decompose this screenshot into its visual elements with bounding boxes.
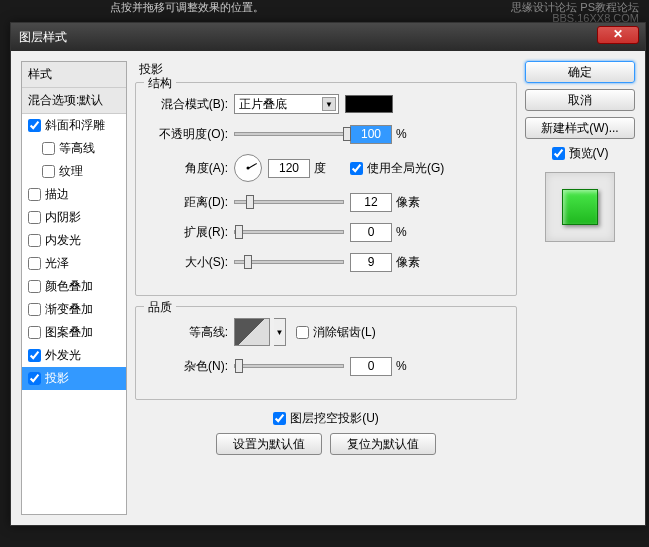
- structure-group: 结构 混合模式(B): 正片叠底 ▼ 不透明度(O): % 角度(: [135, 82, 517, 296]
- style-item-3[interactable]: 描边: [22, 183, 126, 206]
- style-item-label: 描边: [45, 186, 69, 203]
- style-item-label: 图案叠加: [45, 324, 93, 341]
- style-item-check[interactable]: [28, 119, 41, 132]
- antialias-check[interactable]: [296, 326, 309, 339]
- chevron-down-icon: ▼: [322, 97, 336, 111]
- opacity-input[interactable]: [350, 125, 392, 144]
- opacity-unit: %: [396, 127, 426, 141]
- size-unit: 像素: [396, 254, 426, 271]
- set-default-button[interactable]: 设置为默认值: [216, 433, 322, 455]
- noise-label: 杂色(N):: [148, 358, 228, 375]
- style-item-check[interactable]: [28, 326, 41, 339]
- antialias-label: 消除锯齿(L): [313, 324, 376, 341]
- style-item-label: 颜色叠加: [45, 278, 93, 295]
- global-light-checkbox[interactable]: 使用全局光(G): [350, 160, 444, 177]
- spread-input[interactable]: [350, 223, 392, 242]
- preview-box: [545, 172, 615, 242]
- panel-title: 投影: [135, 61, 517, 78]
- style-item-1[interactable]: 等高线: [22, 137, 126, 160]
- size-label: 大小(S):: [148, 254, 228, 271]
- main-panel: 投影 结构 混合模式(B): 正片叠底 ▼ 不透明度(O): %: [135, 61, 517, 515]
- knockout-check[interactable]: [273, 412, 286, 425]
- style-item-check[interactable]: [28, 234, 41, 247]
- noise-unit: %: [396, 359, 426, 373]
- style-item-label: 投影: [45, 370, 69, 387]
- style-item-check[interactable]: [28, 211, 41, 224]
- contour-label: 等高线:: [148, 324, 228, 341]
- distance-label: 距离(D):: [148, 194, 228, 211]
- style-item-check[interactable]: [28, 188, 41, 201]
- blend-mode-label: 混合模式(B):: [148, 96, 228, 113]
- style-list-header-blend[interactable]: 混合选项:默认: [22, 88, 126, 114]
- opacity-slider[interactable]: [234, 132, 344, 136]
- style-item-8[interactable]: 渐变叠加: [22, 298, 126, 321]
- style-item-2[interactable]: 纹理: [22, 160, 126, 183]
- style-item-check[interactable]: [28, 280, 41, 293]
- style-item-check[interactable]: [28, 303, 41, 316]
- style-item-check[interactable]: [42, 165, 55, 178]
- hint-text: 点按并拖移可调整效果的位置。: [110, 0, 264, 15]
- global-light-check[interactable]: [350, 162, 363, 175]
- quality-group-title: 品质: [144, 299, 176, 316]
- size-slider[interactable]: [234, 260, 344, 264]
- knockout-label: 图层挖空投影(U): [290, 410, 379, 427]
- style-item-label: 内阴影: [45, 209, 81, 226]
- spread-unit: %: [396, 225, 426, 239]
- cancel-button[interactable]: 取消: [525, 89, 635, 111]
- ok-button[interactable]: 确定: [525, 61, 635, 83]
- blend-mode-combo[interactable]: 正片叠底 ▼: [234, 94, 339, 114]
- knockout-checkbox[interactable]: 图层挖空投影(U): [135, 410, 517, 427]
- titlebar[interactable]: 图层样式 ✕: [11, 23, 645, 51]
- style-item-label: 渐变叠加: [45, 301, 93, 318]
- noise-input[interactable]: [350, 357, 392, 376]
- shadow-color-swatch[interactable]: [345, 95, 393, 113]
- style-item-6[interactable]: 光泽: [22, 252, 126, 275]
- antialias-checkbox[interactable]: 消除锯齿(L): [296, 324, 376, 341]
- right-panel: 确定 取消 新建样式(W)... 预览(V): [525, 61, 635, 515]
- spread-label: 扩展(R):: [148, 224, 228, 241]
- style-item-9[interactable]: 图案叠加: [22, 321, 126, 344]
- style-item-7[interactable]: 颜色叠加: [22, 275, 126, 298]
- size-input[interactable]: [350, 253, 392, 272]
- style-item-11[interactable]: 投影: [22, 367, 126, 390]
- style-item-check[interactable]: [28, 349, 41, 362]
- style-item-label: 斜面和浮雕: [45, 117, 105, 134]
- opacity-label: 不透明度(O):: [148, 126, 228, 143]
- angle-label: 角度(A):: [148, 160, 228, 177]
- style-item-5[interactable]: 内发光: [22, 229, 126, 252]
- contour-dropdown-icon[interactable]: ▼: [274, 318, 286, 346]
- style-item-label: 纹理: [59, 163, 83, 180]
- style-list-header-styles[interactable]: 样式: [22, 62, 126, 88]
- close-button[interactable]: ✕: [597, 26, 639, 44]
- style-item-label: 内发光: [45, 232, 81, 249]
- style-item-check[interactable]: [28, 257, 41, 270]
- style-item-label: 等高线: [59, 140, 95, 157]
- style-item-check[interactable]: [42, 142, 55, 155]
- noise-slider[interactable]: [234, 364, 344, 368]
- reset-default-button[interactable]: 复位为默认值: [330, 433, 436, 455]
- preview-check[interactable]: [552, 147, 565, 160]
- style-item-10[interactable]: 外发光: [22, 344, 126, 367]
- style-item-4[interactable]: 内阴影: [22, 206, 126, 229]
- angle-input[interactable]: [268, 159, 310, 178]
- dialog-title: 图层样式: [19, 29, 67, 46]
- preview-label: 预览(V): [569, 145, 609, 162]
- quality-group: 品质 等高线: ▼ 消除锯齿(L) 杂色(N): %: [135, 306, 517, 400]
- style-list: 样式 混合选项:默认 斜面和浮雕等高线纹理描边内阴影内发光光泽颜色叠加渐变叠加图…: [21, 61, 127, 515]
- style-item-0[interactable]: 斜面和浮雕: [22, 114, 126, 137]
- contour-picker[interactable]: [234, 318, 270, 346]
- style-item-label: 外发光: [45, 347, 81, 364]
- angle-dial[interactable]: [234, 154, 262, 182]
- style-item-label: 光泽: [45, 255, 69, 272]
- distance-slider[interactable]: [234, 200, 344, 204]
- blend-mode-value: 正片叠底: [239, 96, 287, 113]
- preview-swatch: [562, 189, 598, 225]
- global-light-label: 使用全局光(G): [367, 160, 444, 177]
- new-style-button[interactable]: 新建样式(W)...: [525, 117, 635, 139]
- spread-slider[interactable]: [234, 230, 344, 234]
- style-item-check[interactable]: [28, 372, 41, 385]
- distance-input[interactable]: [350, 193, 392, 212]
- layer-style-dialog: 图层样式 ✕ 样式 混合选项:默认 斜面和浮雕等高线纹理描边内阴影内发光光泽颜色…: [10, 22, 646, 526]
- distance-unit: 像素: [396, 194, 426, 211]
- structure-group-title: 结构: [144, 75, 176, 92]
